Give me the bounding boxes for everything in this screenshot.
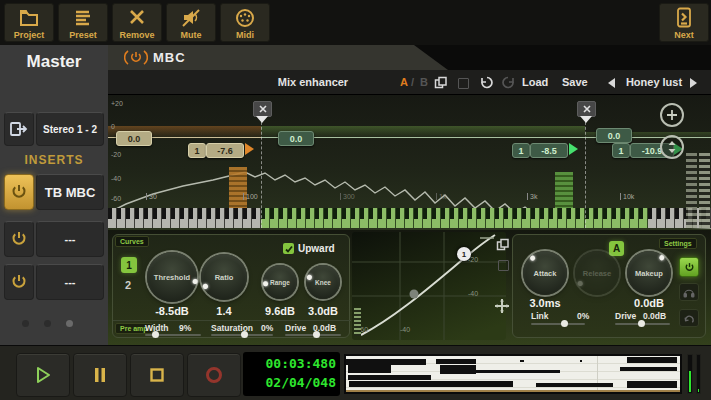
preset-selector[interactable]: Honey lust bbox=[622, 76, 686, 88]
play-button[interactable] bbox=[16, 353, 70, 397]
band2-num[interactable]: 1 bbox=[512, 143, 530, 158]
record-button[interactable] bbox=[187, 353, 241, 397]
range-knob[interactable]: Range bbox=[263, 265, 297, 299]
redo-icon[interactable] bbox=[502, 75, 517, 90]
next-label: Next bbox=[674, 30, 694, 40]
band2-reduction-value[interactable]: -8.5 bbox=[530, 143, 568, 158]
insert1-power-button[interactable] bbox=[4, 174, 34, 210]
freq-label: 100 bbox=[243, 193, 258, 200]
ratio-knob[interactable]: Ratio bbox=[201, 254, 247, 300]
power-icon bbox=[9, 229, 29, 249]
slider-thumb[interactable] bbox=[561, 320, 568, 327]
check-icon bbox=[285, 245, 293, 253]
plugin-enable-button[interactable] bbox=[679, 257, 699, 277]
output-routing-button[interactable] bbox=[4, 112, 34, 146]
makeup-label: Makeup bbox=[635, 269, 663, 278]
crossover2-line[interactable] bbox=[585, 117, 586, 228]
load-button[interactable]: Load bbox=[522, 76, 548, 88]
add-band-button[interactable] bbox=[660, 103, 684, 127]
attack-knob[interactable]: Attack bbox=[523, 251, 567, 295]
crossover2-remove-button[interactable] bbox=[577, 101, 596, 117]
band3-gain-value[interactable]: 0.0 bbox=[596, 128, 632, 143]
paste-icon[interactable] bbox=[458, 78, 469, 89]
crossover2-handle[interactable] bbox=[580, 116, 592, 123]
settings-tab[interactable]: Settings bbox=[659, 238, 697, 249]
band1-gain-value[interactable]: 0.0 bbox=[116, 131, 152, 146]
freq-label: 30 bbox=[146, 193, 157, 200]
band3-num[interactable]: 1 bbox=[612, 143, 630, 158]
release-knob[interactable]: Release bbox=[575, 251, 619, 295]
crossover1-remove-button[interactable] bbox=[253, 101, 272, 117]
insert1-plugin-button[interactable]: TB MBC bbox=[36, 174, 104, 210]
band-updown-button[interactable] bbox=[660, 135, 684, 159]
makeup-knob[interactable]: Makeup bbox=[627, 251, 671, 295]
auto-button[interactable]: A bbox=[609, 241, 624, 256]
save-button[interactable]: Save bbox=[562, 76, 588, 88]
width-slider[interactable] bbox=[145, 334, 201, 336]
threshold-value: -8.5dB bbox=[147, 305, 197, 317]
insert2-power-button[interactable] bbox=[4, 221, 34, 257]
saturation-slider[interactable] bbox=[211, 334, 273, 336]
insert2-plugin-button[interactable]: --- bbox=[36, 221, 104, 257]
remove-button[interactable]: Remove bbox=[112, 3, 162, 42]
preset-strip: Mix enhancer A / B Load Save Honey lust bbox=[108, 70, 711, 95]
daw-app: Project Preset Remove Mute Midi Next Mas… bbox=[0, 0, 711, 400]
band2-select-button[interactable]: 2 bbox=[125, 279, 131, 291]
piano-roll-note bbox=[580, 360, 583, 362]
preamp-drive-slider[interactable] bbox=[285, 334, 341, 336]
link-slider[interactable] bbox=[531, 323, 585, 325]
upward-checkbox[interactable] bbox=[283, 243, 294, 254]
insert3-plugin-button[interactable]: --- bbox=[36, 264, 104, 300]
project-button[interactable]: Project bbox=[4, 3, 54, 42]
preset-button[interactable]: Preset bbox=[58, 3, 108, 42]
freq-label: 3k bbox=[527, 193, 537, 200]
db-label: -20 bbox=[111, 151, 121, 158]
preset-next-icon[interactable] bbox=[690, 78, 697, 88]
crossover1-line[interactable] bbox=[261, 117, 262, 228]
band1-select-button[interactable]: 1 bbox=[121, 257, 137, 273]
slider-thumb[interactable] bbox=[152, 331, 159, 338]
preset-prev-icon[interactable] bbox=[608, 78, 615, 88]
time-display[interactable]: 00:03:480 02/04/048 bbox=[243, 352, 340, 396]
listen-button[interactable] bbox=[679, 283, 699, 301]
next-button[interactable]: Next bbox=[659, 3, 709, 42]
drive-slider[interactable] bbox=[615, 323, 670, 325]
curves-tab[interactable]: Curves bbox=[115, 236, 149, 247]
paste-icon[interactable] bbox=[498, 260, 509, 271]
slider-thumb[interactable] bbox=[313, 331, 320, 338]
preset-label: Preset bbox=[69, 30, 97, 40]
stop-button[interactable] bbox=[130, 353, 184, 397]
slider-thumb[interactable] bbox=[241, 331, 248, 338]
band1-reduction-value[interactable]: -7.6 bbox=[206, 143, 244, 158]
undo-icon[interactable] bbox=[478, 75, 493, 90]
mute-button[interactable]: Mute bbox=[166, 3, 216, 42]
db-label: -60 bbox=[111, 195, 121, 202]
db-label: 0 bbox=[111, 123, 115, 130]
band1-arrow-icon bbox=[245, 143, 254, 155]
meter-fill bbox=[689, 371, 691, 392]
crossover1-handle[interactable] bbox=[256, 116, 268, 123]
pause-button[interactable] bbox=[73, 353, 127, 397]
output-bus-button[interactable]: Stereo 1 - 2 bbox=[36, 112, 104, 146]
page-dot-active bbox=[66, 320, 73, 327]
mute-label: Mute bbox=[181, 30, 202, 40]
midi-button[interactable]: Midi bbox=[220, 3, 270, 42]
insert3-power-button[interactable] bbox=[4, 264, 34, 300]
band1-num[interactable]: 1 bbox=[188, 143, 206, 158]
piano-roll[interactable] bbox=[344, 354, 682, 394]
output-meter-left bbox=[686, 153, 697, 228]
db-label: -40 bbox=[111, 175, 121, 182]
copy-icon[interactable] bbox=[496, 238, 510, 251]
slider-thumb[interactable] bbox=[638, 320, 645, 327]
page-indicator[interactable] bbox=[22, 320, 86, 327]
bypass-loop-button[interactable] bbox=[679, 309, 699, 327]
plugin-power-icon[interactable] bbox=[124, 49, 148, 66]
band2-gain-value[interactable]: 0.0 bbox=[278, 131, 314, 146]
transfer-curve-graph[interactable]: 1 -20 -40 -60 -40 bbox=[352, 232, 506, 340]
ab-a-button[interactable]: A bbox=[400, 76, 408, 88]
move-icon[interactable] bbox=[494, 298, 510, 314]
ab-b-button[interactable]: B bbox=[420, 76, 428, 88]
threshold-knob[interactable]: Threshold bbox=[147, 252, 197, 302]
copy-icon[interactable] bbox=[434, 76, 448, 89]
knee-knob[interactable]: Knee bbox=[306, 265, 340, 299]
